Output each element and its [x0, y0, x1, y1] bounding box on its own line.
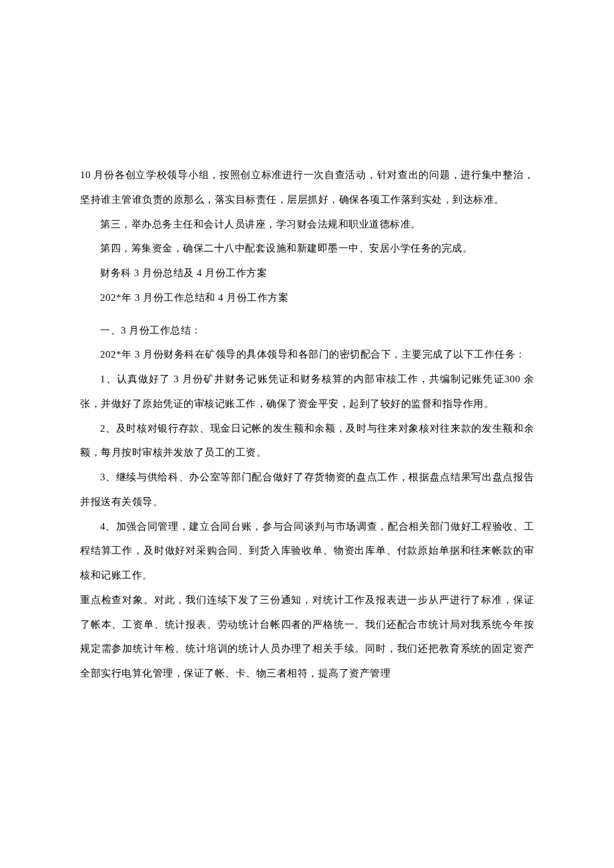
- paragraph: 财务科 3 月份总结及 4 月份工作方案: [80, 261, 534, 286]
- paragraph: 10 月份各创立学校领导小组，按照创立标准进行一次自查活动，针对查出的问题，进行…: [80, 163, 534, 212]
- paragraph: 第四，筹集资金，确保二十八中配套设施和新建即墨一中、安居小学任务的完成。: [80, 236, 534, 261]
- paragraph: 3、继续与供给科、办公室等部门配合做好了存货物资的盘点工作，根据盘点结果写出盘点…: [80, 465, 534, 514]
- document-content: 10 月份各创立学校领导小组，按照创立标准进行一次自查活动，针对查出的问题，进行…: [80, 163, 534, 686]
- paragraph: 重点检查对象。对此，我们连续下发了三份通知，对统计工作及报表进一步从严进行了标准…: [80, 588, 534, 686]
- paragraph: 202*年 3 月份工作总结和 4 月份工作方案: [80, 286, 534, 310]
- paragraph: 202*年 3 月份财务科在矿领导的具体领导和各部门的密切配合下，主要完成了以下…: [80, 342, 534, 367]
- paragraph: 一、3 月份工作总结：: [80, 318, 534, 343]
- paragraph-spacer: [80, 310, 534, 318]
- paragraph: 2、及时核对银行存款、现金日记帐的发生额和余额，及时与往来对象核对往来款的发生额…: [80, 416, 534, 466]
- document-page: 10 月份各创立学校领导小组，按照创立标准进行一次自查活动，针对查出的问题，进行…: [0, 0, 614, 753]
- paragraph: 第三，举办总务主任和会计人员讲座，学习财会法规和职业道德标准。: [80, 212, 534, 237]
- paragraph: 4、加强合同管理，建立合同台账，参与合同谈判与市场调查，配合相关部门做好工程验收…: [80, 514, 534, 588]
- paragraph: 1、认真做好了 3 月份矿井财务记账凭证和财务核算的内部审核工作，共编制记账凭证…: [80, 367, 534, 416]
